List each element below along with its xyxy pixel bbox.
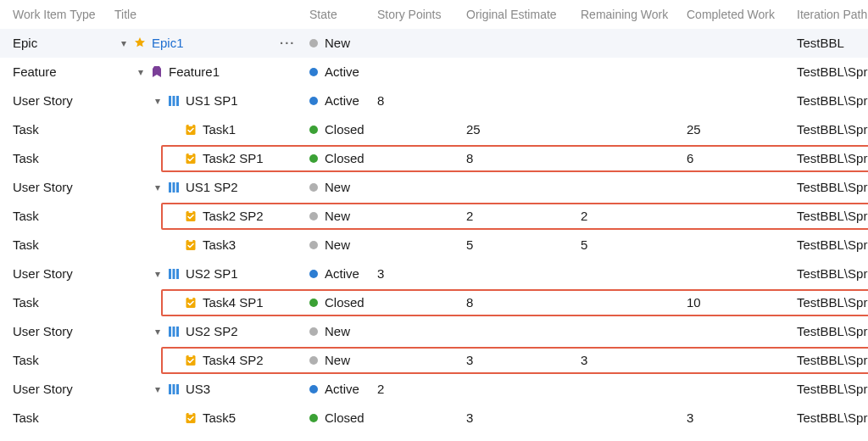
expand-toggle[interactable] [153,317,162,346]
work-item-title[interactable]: Feature1 [169,58,220,87]
state-text: Active [325,375,359,404]
cell-iteration-path: TestBBL\Sprint 2 [797,346,861,375]
col-header-title[interactable]: Title [114,0,136,29]
cell-title[interactable]: Task4 SP1 [114,288,264,317]
col-header-work-item-type[interactable]: Work Item Type [13,0,96,29]
work-item-title[interactable]: Task1 [203,115,236,144]
cell-remaining-work: 2 [581,202,587,231]
cell-work-item-type: Task [13,144,39,173]
cell-iteration-path: TestBBL [797,29,861,58]
cell-title[interactable]: Task1 [114,115,236,144]
work-item-row[interactable]: User StoryUS1 SP2NewTestBBL\Sprint 2 [0,173,868,202]
cell-state: Active [309,375,359,404]
expand-toggle[interactable] [120,29,128,58]
col-header-original-estimate[interactable]: Original Estimate [466,0,557,29]
work-item-title[interactable]: US1 SP1 [186,87,238,115]
state-dot-icon [309,241,318,249]
col-header-completed-work[interactable]: Completed Work [687,0,775,29]
cell-story-points: 2 [377,375,384,404]
state-dot-icon [309,126,318,134]
expand-toggle[interactable] [153,173,162,202]
work-item-title[interactable]: Epic1 [152,29,184,58]
cell-work-item-type: Task [13,288,39,317]
cell-original-estimate: 2 [466,202,473,231]
work-item-row[interactable]: User StoryUS2 SP1Active3TestBBL\Sprint 1 [0,260,868,288]
cell-work-item-type: User Story [13,87,73,115]
work-item-row[interactable]: TaskTask4 SP2New33TestBBL\Sprint 2 [0,346,868,375]
state-text: Closed [325,404,364,433]
cell-title[interactable]: Task2 SP1 [114,144,264,173]
cell-title[interactable]: US1 SP1 [114,87,238,115]
state-text: New [325,173,350,202]
work-item-title[interactable]: US2 SP1 [186,260,238,288]
work-item-row[interactable]: User StoryUS3Active2TestBBL\Sprint 1 [0,375,868,404]
clipboard-icon [184,411,198,425]
cell-iteration-path: TestBBL\Sprint 1 [797,404,861,433]
cell-title[interactable]: Task2 SP2 [114,202,264,231]
state-text: New [325,317,350,346]
state-dot-icon [309,327,318,336]
expand-toggle[interactable] [153,375,162,404]
cell-state: Closed [309,288,364,317]
clipboard-icon [184,296,198,310]
work-item-row[interactable]: User StoryUS2 SP2NewTestBBL\Sprint 2 [0,317,868,346]
work-item-title[interactable]: US2 SP2 [186,317,238,346]
work-item-title[interactable]: Task2 SP2 [203,202,264,231]
expand-toggle[interactable] [153,260,162,288]
col-header-state[interactable]: State [309,0,337,29]
state-text: Closed [325,115,364,144]
cell-title[interactable]: Epic1 [114,29,184,58]
state-dot-icon [309,385,318,394]
work-item-title[interactable]: Task3 [203,231,236,260]
cell-title[interactable]: US2 SP2 [114,317,238,346]
cell-iteration-path: TestBBL\Sprint 2 [797,202,861,231]
cell-original-estimate: 5 [466,231,473,260]
clipboard-icon [184,238,198,252]
cell-story-points: 3 [377,260,384,288]
cell-work-item-type: Task [13,115,39,144]
state-text: Active [325,260,359,288]
expand-toggle[interactable] [153,87,162,115]
work-item-row[interactable]: FeatureFeature1ActiveTestBBL\Sprint 1 [0,58,868,87]
work-item-title[interactable]: US1 SP2 [186,173,238,202]
cell-title[interactable]: Task3 [114,231,236,260]
work-item-row[interactable]: TaskTask5Closed33TestBBL\Sprint 1 [0,404,868,433]
cell-iteration-path: TestBBL\Sprint 2 [797,317,861,346]
state-dot-icon [309,270,318,278]
clipboard-icon [184,123,198,137]
work-item-title[interactable]: Task2 SP1 [203,144,264,173]
work-item-row[interactable]: TaskTask2 SP2New22TestBBL\Sprint 2 [0,202,868,231]
col-header-iteration-path[interactable]: Iteration Path [797,0,861,29]
work-item-row[interactable]: EpicEpic1···NewTestBBL [0,29,868,58]
cell-title[interactable]: Task4 SP2 [114,346,264,375]
cell-state: Closed [309,115,364,144]
cell-work-item-type: User Story [13,173,73,202]
work-item-row[interactable]: User StoryUS1 SP1Active8TestBBL\Sprint 1 [0,87,868,115]
work-item-row[interactable]: TaskTask4 SP1Closed810TestBBL\Sprint 1 [0,288,868,317]
cell-state: New [309,29,350,58]
cell-state: Closed [309,144,364,173]
state-dot-icon [309,414,318,422]
cell-state: Active [309,260,359,288]
work-item-title[interactable]: Task4 SP2 [203,346,264,375]
cell-title[interactable]: US1 SP2 [114,173,238,202]
state-dot-icon [309,39,318,47]
work-item-row[interactable]: TaskTask1Closed2525TestBBL\Sprint 1 [0,115,868,144]
state-dot-icon [309,154,318,163]
work-item-title[interactable]: Task5 [203,404,236,433]
cell-title[interactable]: US2 SP1 [114,260,238,288]
col-header-story-points[interactable]: Story Points [377,0,441,29]
work-item-row[interactable]: TaskTask3New55TestBBL\Sprint 2 [0,231,868,260]
state-dot-icon [309,183,318,192]
work-item-title[interactable]: US3 [186,375,210,404]
expand-toggle[interactable] [136,58,145,87]
cell-title[interactable]: US3 [114,375,210,404]
cell-title[interactable]: Feature1 [114,58,220,87]
book-icon [167,325,181,338]
work-item-title[interactable]: Task4 SP1 [203,288,264,317]
cell-title[interactable]: Task5 [114,404,236,433]
col-header-remaining-work[interactable]: Remaining Work [581,0,668,29]
row-actions-button[interactable]: ··· [280,29,296,58]
work-item-row[interactable]: TaskTask2 SP1Closed86TestBBL\Sprint 1 [0,144,868,173]
state-dot-icon [309,97,318,105]
